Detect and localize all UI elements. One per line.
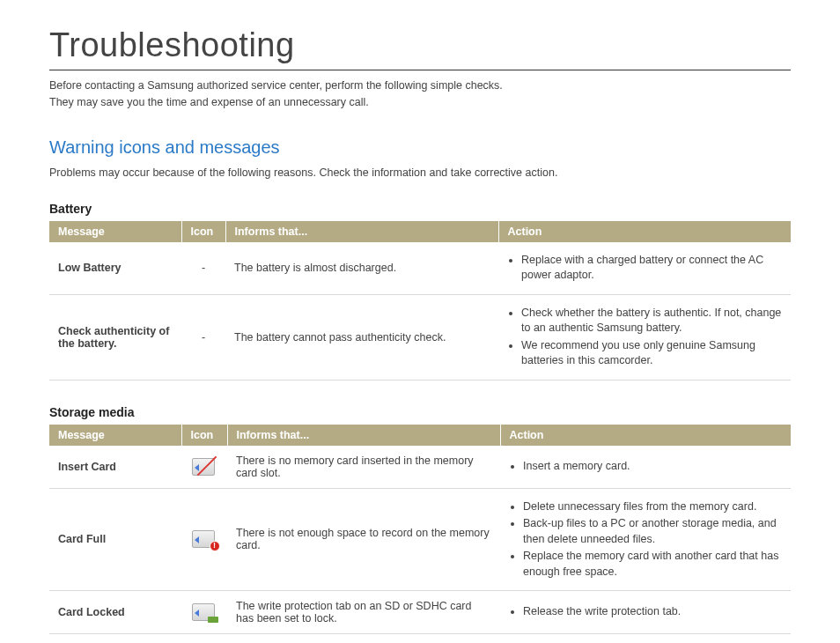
storage-heading: Storage media bbox=[49, 405, 791, 419]
table-row: Low Battery - The battery is almost disc… bbox=[49, 242, 791, 295]
section-heading: Warning icons and messages bbox=[49, 137, 791, 158]
section-intro: Problems may occur because of the follow… bbox=[49, 166, 791, 179]
icon-cell bbox=[181, 446, 227, 489]
page-intro: Before contacting a Samsung authorized s… bbox=[49, 78, 791, 111]
storage-table: Message Icon Informs that... Action Inse… bbox=[49, 425, 791, 635]
action-cell: Check whether the battery is authentic. … bbox=[498, 294, 791, 380]
action-item: Delete unnecessary files from the memory… bbox=[523, 499, 782, 515]
message-cell: Card Full bbox=[49, 488, 181, 591]
informs-cell: There is not enough space to record on t… bbox=[227, 488, 500, 591]
title-divider bbox=[49, 70, 791, 70]
message-cell: Check authenticity of the battery. bbox=[49, 294, 181, 380]
th-informs: Informs that... bbox=[225, 221, 498, 242]
table-row: Card Locked The write protection tab on … bbox=[49, 591, 791, 634]
message-cell: Card Locked bbox=[49, 591, 181, 634]
action-cell: Replace with a charged battery or connec… bbox=[498, 242, 791, 295]
th-icon: Icon bbox=[181, 221, 225, 242]
icon-cell bbox=[181, 488, 227, 591]
th-informs: Informs that... bbox=[227, 425, 500, 446]
informs-cell: The write protection tab on an SD or SDH… bbox=[227, 591, 500, 634]
informs-cell: There is no memory card inserted in the … bbox=[227, 446, 500, 489]
card-locked-icon bbox=[190, 602, 218, 623]
action-cell: Insert a memory card. bbox=[500, 446, 791, 489]
action-cell: Delete unnecessary files from the memory… bbox=[500, 488, 791, 591]
action-item: Back-up files to a PC or another storage… bbox=[523, 516, 782, 547]
th-message: Message bbox=[49, 221, 181, 242]
table-row: Card Full There is not enough space to r… bbox=[49, 488, 791, 591]
action-cell: Release the write protection tab. bbox=[500, 591, 791, 634]
action-item: Replace the memory card with another car… bbox=[523, 549, 782, 580]
intro-line-1: Before contacting a Samsung authorized s… bbox=[49, 79, 503, 92]
battery-heading: Battery bbox=[49, 202, 791, 216]
card-full-icon bbox=[190, 528, 218, 550]
action-item: Replace with a charged battery or connec… bbox=[521, 253, 782, 284]
action-item: Release the write protection tab. bbox=[523, 604, 782, 620]
informs-cell: The battery cannot pass authenticity che… bbox=[225, 294, 498, 380]
icon-cell bbox=[181, 591, 227, 634]
page-title: Troubleshooting bbox=[49, 26, 791, 64]
th-action: Action bbox=[498, 221, 791, 242]
table-row: Insert Card There is no memory card inse… bbox=[49, 446, 791, 489]
message-cell: Insert Card bbox=[49, 446, 181, 489]
icon-cell: - bbox=[181, 294, 225, 380]
battery-table: Message Icon Informs that... Action Low … bbox=[49, 221, 791, 381]
insert-card-icon bbox=[190, 456, 218, 477]
message-cell: Low Battery bbox=[49, 242, 181, 295]
action-item: We recommend you use only genuine Samsun… bbox=[521, 338, 782, 369]
informs-cell: The battery is almost discharged. bbox=[225, 242, 498, 295]
th-icon: Icon bbox=[181, 425, 227, 446]
th-message: Message bbox=[49, 425, 181, 446]
th-action: Action bbox=[500, 425, 791, 446]
intro-line-2: They may save you the time and expense o… bbox=[49, 96, 369, 108]
action-item: Insert a memory card. bbox=[523, 459, 782, 475]
table-row: Check authenticity of the battery. - The… bbox=[49, 294, 791, 380]
icon-cell: - bbox=[181, 242, 225, 295]
action-item: Check whether the battery is authentic. … bbox=[521, 306, 782, 336]
